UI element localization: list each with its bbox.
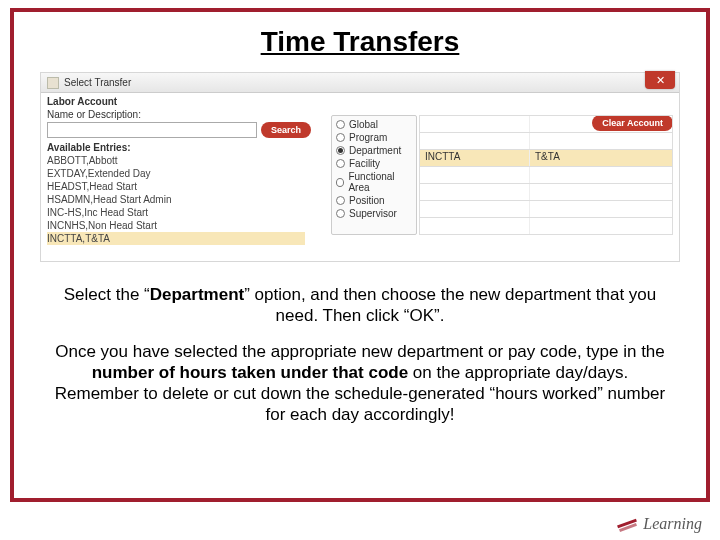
radio-facility[interactable]: Facility bbox=[332, 157, 416, 170]
instructions: Select the “Department” option, and then… bbox=[48, 284, 672, 426]
radio-supervisor[interactable]: Supervisor bbox=[332, 207, 416, 220]
radio-program[interactable]: Program bbox=[332, 131, 416, 144]
radio-icon bbox=[336, 133, 345, 142]
table-row bbox=[419, 184, 673, 201]
close-button[interactable]: ✕ bbox=[645, 71, 675, 89]
app-icon bbox=[47, 77, 59, 89]
radio-global[interactable]: Global bbox=[332, 118, 416, 131]
list-item[interactable]: INCNHS,Non Head Start bbox=[47, 219, 305, 232]
logo-mark-icon bbox=[615, 514, 639, 534]
page-title: Time Transfers bbox=[14, 26, 706, 58]
radio-icon bbox=[336, 120, 345, 129]
result-grid: INCTTAT&TA bbox=[419, 115, 673, 235]
radio-functional-area[interactable]: Functional Area bbox=[332, 170, 416, 194]
select-transfer-dialog: Select Transfer ✕ Labor Account Name or … bbox=[40, 72, 680, 262]
close-icon: ✕ bbox=[656, 74, 665, 87]
dialog-titlebar: Select Transfer ✕ bbox=[41, 73, 679, 93]
table-row bbox=[419, 167, 673, 184]
instruction-paragraph: Once you have selected the appropriate n… bbox=[48, 341, 672, 426]
radio-icon bbox=[336, 146, 345, 155]
search-input[interactable] bbox=[47, 122, 257, 138]
logo-text: Learning bbox=[643, 515, 702, 533]
list-item[interactable]: ABBOTT,Abbott bbox=[47, 154, 305, 167]
category-radio-panel: Global Program Department Facility Funct… bbox=[331, 115, 417, 235]
table-row bbox=[419, 115, 673, 133]
dialog-title: Select Transfer bbox=[64, 77, 131, 88]
radio-department[interactable]: Department bbox=[332, 144, 416, 157]
slide-frame: Time Transfers Select Transfer ✕ Labor A… bbox=[10, 8, 710, 502]
radio-icon bbox=[336, 159, 345, 168]
radio-icon bbox=[336, 196, 345, 205]
list-item[interactable]: EXTDAY,Extended Day bbox=[47, 167, 305, 180]
table-row-selected[interactable]: INCTTAT&TA bbox=[419, 150, 673, 167]
radio-icon bbox=[336, 178, 344, 187]
list-item[interactable]: INC-HS,Inc Head Start bbox=[47, 206, 305, 219]
entry-list: ABBOTT,Abbott EXTDAY,Extended Day HEADST… bbox=[41, 154, 311, 245]
list-item[interactable]: HEADST,Head Start bbox=[47, 180, 305, 193]
search-button[interactable]: Search bbox=[261, 122, 311, 138]
list-item-selected[interactable]: INCTTA,T&TA bbox=[47, 232, 305, 245]
footer-logo: Learning bbox=[615, 514, 702, 534]
instruction-paragraph: Select the “Department” option, and then… bbox=[48, 284, 672, 327]
table-row bbox=[419, 218, 673, 235]
section-label: Labor Account bbox=[41, 93, 679, 108]
radio-position[interactable]: Position bbox=[332, 194, 416, 207]
dialog-body: Labor Account Name or Description: Searc… bbox=[41, 93, 679, 263]
list-item[interactable]: HSADMN,Head Start Admin bbox=[47, 193, 305, 206]
table-row bbox=[419, 201, 673, 218]
radio-icon bbox=[336, 209, 345, 218]
table-row bbox=[419, 133, 673, 150]
